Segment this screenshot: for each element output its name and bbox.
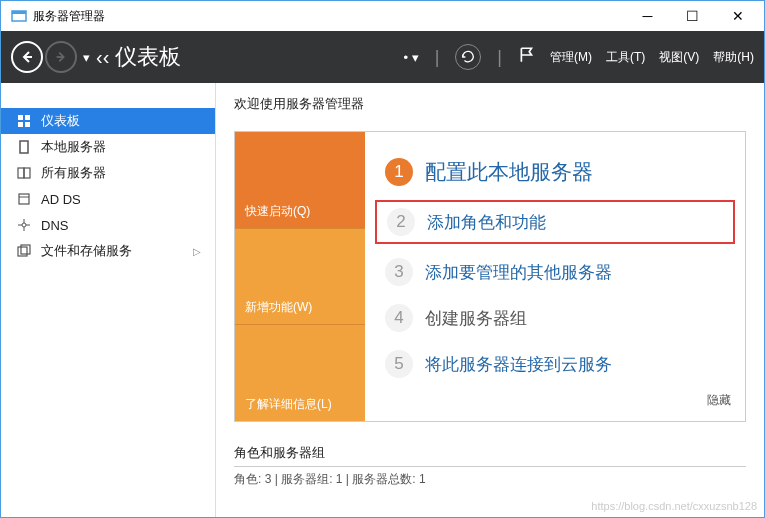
tile-label: 了解详细信息(L) — [245, 396, 332, 413]
server-icon — [15, 139, 33, 155]
step-text: 添加要管理的其他服务器 — [425, 261, 612, 284]
adds-icon — [15, 191, 33, 207]
servers-icon — [15, 165, 33, 181]
sidebar-item-label: 文件和存储服务 — [41, 242, 132, 260]
sidebar-item-label: AD DS — [41, 192, 81, 207]
sidebar-item-all-servers[interactable]: 所有服务器 — [1, 160, 215, 186]
step-connect-cloud[interactable]: 5 将此服务器连接到云服务 — [379, 346, 731, 382]
svg-rect-19 — [21, 245, 30, 254]
titlebar: 服务器管理器 ─ ☐ ✕ — [1, 1, 764, 31]
tile-label: 新增功能(W) — [245, 299, 312, 316]
main-content: 欢迎使用服务器管理器 快速启动(Q) 新增功能(W) 了解详细信息(L) 1 配… — [216, 83, 764, 517]
sidebar-item-label: 所有服务器 — [41, 164, 106, 182]
tile-learn-more[interactable]: 了解详细信息(L) — [235, 324, 365, 421]
step-text: 创建服务器组 — [425, 307, 527, 330]
nav-forward-button[interactable] — [45, 41, 77, 73]
sidebar-item-ad-ds[interactable]: AD DS — [1, 186, 215, 212]
dns-icon — [15, 217, 33, 233]
step-number: 4 — [385, 304, 413, 332]
step-number: 3 — [385, 258, 413, 286]
menu-manage[interactable]: 管理(M) — [550, 49, 592, 66]
nav-back-button[interactable] — [11, 41, 43, 73]
step-text: 将此服务器连接到云服务 — [425, 353, 612, 376]
step-number: 2 — [387, 208, 415, 236]
tiles-panel: 快速启动(Q) 新增功能(W) 了解详细信息(L) 1 配置此本地服务器 2 添… — [234, 131, 746, 422]
refresh-button[interactable] — [455, 44, 481, 70]
tile-whats-new[interactable]: 新增功能(W) — [235, 228, 365, 325]
tile-label: 快速启动(Q) — [245, 203, 310, 220]
sidebar-item-dns[interactable]: DNS — [1, 212, 215, 238]
window-title: 服务器管理器 — [33, 8, 625, 25]
breadcrumb-chevron-icon: ‹‹ — [96, 46, 109, 69]
step-add-servers[interactable]: 3 添加要管理的其他服务器 — [379, 254, 731, 290]
watermark: https://blog.csdn.net/cxxuzsnb128 — [591, 500, 757, 512]
roles-section-sub: 角色: 3 | 服务器组: 1 | 服务器总数: 1 — [234, 471, 746, 488]
welcome-heading: 欢迎使用服务器管理器 — [234, 95, 746, 113]
hide-link[interactable]: 隐藏 — [379, 392, 731, 409]
sidebar: 仪表板 本地服务器 所有服务器 AD DS DNS 文件和存储服务 ▷ — [1, 83, 216, 517]
sidebar-item-dashboard[interactable]: 仪表板 — [1, 108, 215, 134]
location-dropdown[interactable]: • ▾ — [403, 50, 418, 65]
sidebar-item-label: DNS — [41, 218, 68, 233]
storage-icon — [15, 243, 33, 259]
flag-icon[interactable] — [518, 46, 536, 68]
page-title: 仪表板 — [115, 42, 181, 72]
step-text: 配置此本地服务器 — [425, 158, 593, 186]
svg-point-13 — [22, 223, 26, 227]
svg-rect-10 — [24, 168, 30, 178]
chevron-right-icon: ▷ — [193, 246, 201, 257]
svg-rect-8 — [20, 141, 28, 153]
svg-rect-5 — [25, 115, 30, 120]
header: ▾ ‹‹ 仪表板 • ▾ | | 管理(M) 工具(T) 视图(V) 帮助(H) — [1, 31, 764, 83]
step-number: 5 — [385, 350, 413, 378]
svg-rect-6 — [18, 122, 23, 127]
svg-rect-1 — [12, 11, 26, 14]
step-create-group[interactable]: 4 创建服务器组 — [379, 300, 731, 336]
menu-help[interactable]: 帮助(H) — [713, 49, 754, 66]
minimize-button[interactable]: ─ — [625, 2, 670, 30]
maximize-button[interactable]: ☐ — [670, 2, 715, 30]
step-text: 添加角色和功能 — [427, 211, 546, 234]
menu-view[interactable]: 视图(V) — [659, 49, 699, 66]
close-button[interactable]: ✕ — [715, 2, 760, 30]
step-number: 1 — [385, 158, 413, 186]
svg-rect-18 — [18, 247, 27, 256]
tile-quick-start[interactable]: 快速启动(Q) — [235, 132, 365, 228]
svg-rect-9 — [18, 168, 24, 178]
sidebar-item-local-server[interactable]: 本地服务器 — [1, 134, 215, 160]
app-icon — [11, 8, 27, 24]
svg-rect-4 — [18, 115, 23, 120]
dashboard-icon — [15, 113, 33, 129]
menu-tools[interactable]: 工具(T) — [606, 49, 645, 66]
svg-rect-11 — [19, 194, 29, 204]
step-configure-server[interactable]: 1 配置此本地服务器 — [379, 154, 731, 190]
svg-rect-7 — [25, 122, 30, 127]
sidebar-item-file-storage[interactable]: 文件和存储服务 ▷ — [1, 238, 215, 264]
step-add-roles[interactable]: 2 添加角色和功能 — [375, 200, 735, 244]
nav-dropdown[interactable]: ▾ — [83, 50, 90, 65]
roles-section-title: 角色和服务器组 — [234, 444, 746, 467]
sidebar-item-label: 本地服务器 — [41, 138, 106, 156]
sidebar-item-label: 仪表板 — [41, 112, 80, 130]
